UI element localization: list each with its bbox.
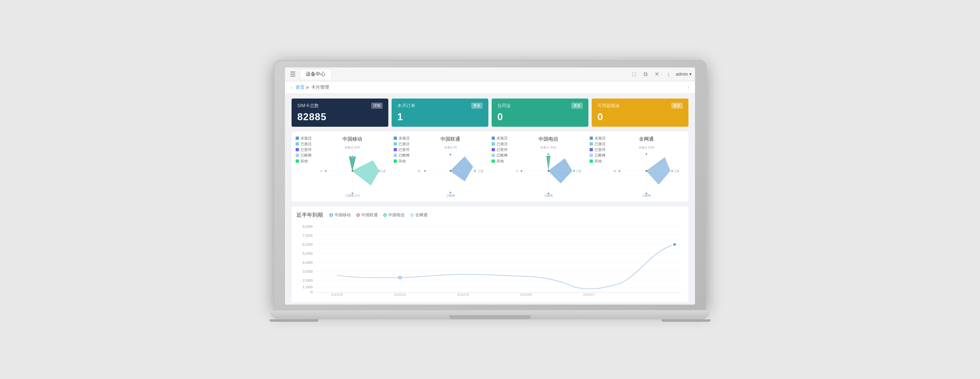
legend-item: 已断网 [394, 153, 410, 158]
screen-bezel: ☰ 设备中心 □ ⧉ ✕ ↓ admin ▾ ‹ 首页 ▶ 卡片管理 › [274, 60, 706, 310]
download-btn[interactable]: ↓ [664, 70, 673, 78]
chart-all: 未激活 已激活 已暂停 [590, 136, 684, 197]
legend-item-cucc: 中国联通 [356, 212, 378, 218]
svg-text:7,000: 7,000 [303, 233, 313, 237]
screen: ☰ 设备中心 □ ⧉ ✕ ↓ admin ▾ ‹ 首页 ▶ 卡片管理 › [285, 67, 695, 305]
app-titlebar: ☰ 设备中心 □ ⧉ ✕ ↓ admin ▾ [285, 67, 695, 81]
stat-card-order-title: 本月订单 [397, 103, 415, 109]
stat-card-sim-value: 82885 [297, 111, 383, 123]
stat-card-sim-title: SIM卡总数 [297, 103, 319, 109]
breadcrumb-current: 卡片管理 [311, 84, 329, 90]
svg-text:202205: 202205 [457, 292, 469, 296]
legend-item: 其他 [394, 159, 410, 164]
svg-text:已暂停 0: 已暂停 0 [320, 170, 322, 173]
laptop-foot-right [662, 319, 710, 322]
stat-card-sim-badge[interactable]: 详细 [371, 103, 383, 109]
svg-text:已激活 31046: 已激活 31046 [576, 170, 581, 173]
svg-text:1,000: 1,000 [303, 285, 313, 289]
svg-text:已暂停: 已暂停 [614, 170, 616, 173]
laptop-foot-left [270, 319, 318, 322]
legend-item: 已激活 [590, 141, 606, 147]
svg-text:已激活 8: 已激活 8 [478, 170, 483, 173]
svg-text:202206: 202206 [520, 292, 532, 296]
stat-card-contract-title: 合同金 [497, 103, 511, 109]
stat-card-month-order[interactable]: 本月订单 更多 1 [392, 99, 488, 127]
svg-text:4,000: 4,000 [303, 260, 313, 264]
legend-item: 已断网 [492, 153, 508, 158]
maximize-btn[interactable]: ⧉ [641, 70, 650, 78]
svg-point-82 [399, 276, 401, 279]
cmcc-legend: 未激活 已激活 已暂停 [296, 136, 312, 164]
svg-marker-19 [450, 157, 473, 181]
all-legend: 未激活 已激活 已暂停 [590, 136, 606, 164]
svg-text:已暂停 0: 已暂停 0 [516, 170, 518, 173]
svg-text:未激活 1047: 未激活 1047 [344, 146, 360, 149]
stat-card-overdue[interactable]: 可用超额金 更多 0 [592, 99, 688, 127]
svg-text:6,000: 6,000 [303, 242, 313, 246]
cucc-chart-area: 未激活 53 已激活 8 已断网 已暂停 [412, 144, 488, 197]
ctcc-chart-area: 未激活 (391) 已激活 31046 已断网 已暂停 0 [510, 144, 586, 197]
window-actions: □ ⧉ ✕ ↓ admin ▾ [630, 70, 692, 78]
svg-text:未激活 53: 未激活 53 [444, 146, 457, 149]
stat-card-contract-value: 0 [497, 111, 583, 123]
stat-card-overdue-badge[interactable]: 更多 [671, 103, 683, 109]
breadcrumb-home[interactable]: 首页 [296, 84, 305, 90]
laptop-shell: ☰ 设备中心 □ ⧉ ✕ ↓ admin ▾ ‹ 首页 ▶ 卡片管理 › [274, 60, 706, 319]
svg-text:2,000: 2,000 [303, 278, 313, 282]
svg-text:202207: 202207 [583, 292, 595, 296]
legend-item: 未激活 [296, 136, 312, 141]
forward-btn[interactable]: › [686, 84, 691, 90]
svg-text:202204: 202204 [394, 292, 406, 296]
legend-item: 已激活 [296, 141, 312, 147]
legend-item: 未激活 [394, 136, 410, 141]
svg-marker-4 [352, 161, 379, 185]
tab-device-center[interactable]: 设备中心 [300, 69, 332, 79]
laptop-base [270, 310, 710, 319]
menu-icon[interactable]: ☰ [288, 70, 297, 78]
chart-cmcc: 未激活 已激活 已暂停 [296, 136, 390, 197]
cucc-legend: 未激活 已激活 已暂停 [394, 136, 410, 164]
legend-item-all: 全网通 [410, 212, 428, 218]
back-btn[interactable]: ‹ [289, 84, 294, 90]
svg-text:已激活 31591: 已激活 31591 [380, 170, 385, 173]
svg-text:已断网: 已断网 [642, 194, 650, 197]
stat-card-order-value: 1 [397, 111, 483, 123]
legend-item: 未激活 [492, 136, 508, 141]
chart-ctcc: 未激活 已激活 已暂停 [492, 136, 586, 197]
stat-card-sim-header: SIM卡总数 详细 [297, 103, 383, 109]
line-chart-section: 近半年到期 中国移动 中国联通 [292, 206, 688, 302]
main-content: SIM卡总数 详细 82885 本月订单 更多 1 [285, 94, 695, 305]
line-chart-title: 近半年到期 [296, 211, 323, 219]
svg-point-81 [673, 243, 677, 246]
user-menu[interactable]: admin ▾ [676, 72, 692, 77]
legend-item: 其他 [590, 159, 606, 164]
stat-card-order-badge[interactable]: 更多 [471, 103, 483, 109]
ctcc-chart-title: 中国电信 [510, 136, 586, 143]
breadcrumb-sep: ▶ [306, 85, 310, 90]
svg-text:已断网 274: 已断网 274 [345, 194, 359, 197]
legend-item-ctcc: 中国电信 [383, 212, 405, 218]
stat-card-overdue-header: 可用超额金 更多 [597, 103, 683, 109]
legend-item: 已暂停 [394, 147, 410, 152]
svg-text:8,000: 8,000 [303, 224, 313, 228]
legend-item: 未激活 [590, 136, 606, 141]
cucc-chart-title: 中国联通 [412, 136, 488, 143]
svg-text:已断网: 已断网 [446, 194, 454, 197]
svg-text:未激活 (391): 未激活 (391) [540, 146, 556, 149]
svg-text:已激活 9: 已激活 9 [674, 170, 679, 173]
cmcc-chart-area: 未激活 1047 已激活 31591 已断网 274 已暂停 0 [314, 144, 390, 197]
stat-card-contract-badge[interactable]: 更多 [571, 103, 583, 109]
legend-item: 其他 [492, 159, 508, 164]
legend-item: 已激活 [394, 141, 410, 147]
stat-card-contract[interactable]: 合同金 更多 0 [492, 99, 588, 127]
ctcc-legend: 未激活 已激活 已暂停 [492, 136, 508, 164]
close-btn[interactable]: ✕ [653, 70, 661, 78]
svg-text:已暂停: 已暂停 [418, 170, 420, 173]
all-chart-title: 全网通 [608, 136, 684, 143]
restore-btn[interactable]: □ [630, 70, 638, 78]
stat-card-sim[interactable]: SIM卡总数 详细 82885 [292, 99, 388, 127]
line-chart-svg: 8,000 7,000 6,000 5,000 4,000 3,000 2,00… [296, 222, 684, 296]
line-chart-legend: 中国移动 中国联通 中国电信 [330, 212, 428, 218]
stat-card-contract-header: 合同金 更多 [497, 103, 583, 109]
legend-item: 已暂停 [590, 147, 606, 152]
